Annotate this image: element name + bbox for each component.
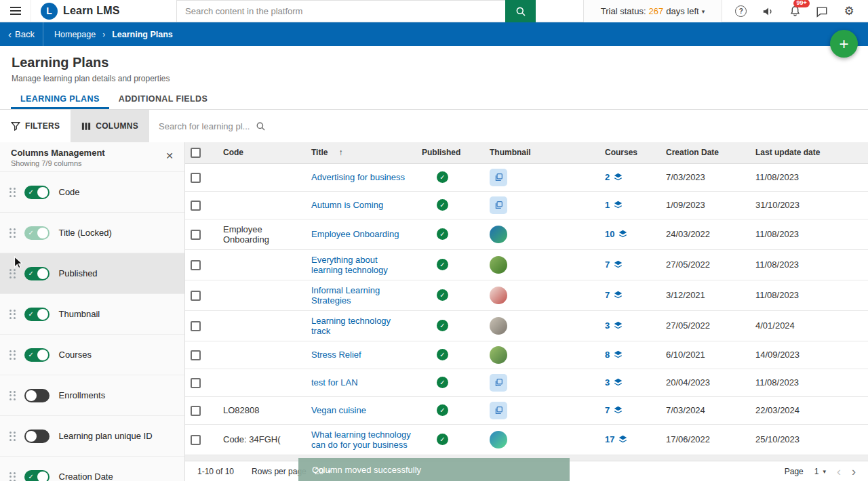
courses-link[interactable]: 10 <box>605 229 627 239</box>
columns-panel-header: Columns Management Showing 7/9 columns ✕ <box>0 142 184 171</box>
courses-count: 2 <box>605 172 610 182</box>
courses-link[interactable]: 1 <box>605 200 623 210</box>
last-update-date: 11/08/2023 <box>755 229 799 239</box>
column-toggle[interactable] <box>24 389 50 402</box>
title-link[interactable]: Autumn is Coming <box>311 200 383 210</box>
content-area: Columns Management Showing 7/9 columns ✕… <box>0 142 868 481</box>
courses-link[interactable]: 7 <box>605 405 623 415</box>
courses-link[interactable]: 7 <box>605 259 623 270</box>
courses-link[interactable]: 17 <box>605 434 627 444</box>
drag-handle-icon[interactable] <box>9 391 16 400</box>
column-toggle[interactable] <box>24 267 50 280</box>
brand[interactable]: L Learn LMS <box>31 3 130 20</box>
trial-label: Trial status: <box>601 6 646 16</box>
header-title[interactable]: Title↑ <box>306 142 416 163</box>
sort-ascending-icon: ↑ <box>338 148 342 157</box>
notifications-button[interactable]: 99+ <box>787 3 803 20</box>
row-checkbox[interactable] <box>191 378 201 388</box>
title-link[interactable]: Informal Learning Strategies <box>311 285 411 306</box>
column-toggle[interactable] <box>24 348 50 362</box>
rows-per-page-select[interactable]: 20 ▾ <box>315 467 331 476</box>
creation-date: 7/03/2023 <box>666 172 705 182</box>
add-new-button[interactable]: + <box>830 30 858 58</box>
back-label: Back <box>15 29 35 39</box>
drag-handle-icon[interactable] <box>9 269 16 278</box>
announcements-button[interactable] <box>760 3 776 20</box>
column-toggle[interactable] <box>24 470 50 481</box>
layers-icon <box>614 321 623 330</box>
title-link[interactable]: What learning technology can do for your… <box>311 430 411 450</box>
published-check-icon: ✓ <box>437 349 448 360</box>
title-link[interactable]: Learning technology track <box>311 316 411 336</box>
chevron-right-icon: › <box>102 30 105 39</box>
trial-status[interactable]: Trial status: 267 days left ▾ <box>583 0 722 22</box>
close-icon[interactable]: ✕ <box>165 150 174 161</box>
courses-link[interactable]: 8 <box>605 350 623 360</box>
page-select[interactable]: 1 ▾ <box>814 467 826 476</box>
row-checkbox[interactable] <box>191 406 201 416</box>
table-row: Everything about learning technology ✓ 7… <box>185 249 868 280</box>
tab-additional-fields[interactable]: ADDITIONAL FIELDS <box>109 94 218 109</box>
breadcrumb-homepage[interactable]: Homepage <box>54 30 96 39</box>
title-link[interactable]: Everything about learning technology <box>311 255 411 275</box>
bell-icon <box>789 5 801 17</box>
messages-button[interactable] <box>814 3 830 20</box>
trial-suffix: days left <box>666 6 698 16</box>
thumbnail <box>490 346 507 364</box>
drag-handle-icon[interactable] <box>9 472 16 481</box>
row-checkbox[interactable] <box>191 201 201 211</box>
title-link[interactable]: Vegan cuisine <box>311 405 366 415</box>
row-checkbox[interactable] <box>191 291 201 301</box>
drag-handle-icon[interactable] <box>9 188 16 197</box>
column-toggle[interactable] <box>24 430 50 443</box>
drag-handle-icon[interactable] <box>9 432 16 441</box>
column-toggle[interactable] <box>24 308 50 321</box>
columns-panel-subtitle: Showing 7/9 columns <box>11 159 174 167</box>
row-checkbox[interactable] <box>191 173 201 183</box>
courses-link[interactable]: 2 <box>605 172 623 182</box>
previous-page-icon[interactable]: ‹ <box>837 465 841 478</box>
title-link[interactable]: Employee Onboarding <box>311 229 399 239</box>
table-row: LO82808 Vegan cuisine ✓ 7 7/03/2024 22/0… <box>185 396 868 424</box>
pager: Page 1 ▾ ‹ › <box>785 465 856 478</box>
search-button[interactable] <box>505 0 536 22</box>
drag-handle-icon[interactable] <box>9 310 16 319</box>
columns-button[interactable]: COLUMNS <box>71 110 149 142</box>
row-checkbox[interactable] <box>191 350 201 360</box>
page-title: Learning Plans <box>12 55 856 70</box>
settings-button[interactable]: ⚙ <box>841 3 857 20</box>
select-all-checkbox[interactable] <box>191 148 201 158</box>
creation-date: 27/05/2022 <box>666 320 710 331</box>
drag-handle-icon[interactable] <box>9 350 16 360</box>
courses-count: 10 <box>605 229 614 239</box>
table-row: Code: 34FGH( What learning technology ca… <box>185 424 868 455</box>
courses-link[interactable]: 3 <box>605 377 623 388</box>
last-update-date: 22/03/2024 <box>755 405 800 415</box>
column-label: Published <box>59 268 98 278</box>
plan-search-input[interactable] <box>159 121 250 131</box>
courses-link[interactable]: 7 <box>605 290 623 300</box>
hamburger-menu-icon[interactable] <box>0 0 31 22</box>
title-link[interactable]: Stress Relief <box>311 350 361 360</box>
next-page-icon[interactable]: › <box>852 465 856 478</box>
column-toggle[interactable] <box>24 226 50 240</box>
title-link[interactable]: test for LAN <box>311 377 358 388</box>
title-link[interactable]: Advertising for business <box>311 172 405 182</box>
copy-placeholder-icon <box>494 406 503 415</box>
row-checkbox[interactable] <box>191 321 201 331</box>
filters-button[interactable]: FILTERS <box>0 110 71 142</box>
help-button[interactable]: ? <box>733 3 749 20</box>
row-checkbox[interactable] <box>191 435 201 445</box>
published-check-icon: ✓ <box>437 434 448 445</box>
global-search-input[interactable] <box>176 0 505 22</box>
tab-learning-plans[interactable]: LEARNING PLANS <box>11 94 109 109</box>
drag-handle-icon[interactable] <box>9 228 16 238</box>
back-button[interactable]: ‹ Back <box>0 22 43 46</box>
row-checkbox[interactable] <box>191 260 201 270</box>
thumbnail <box>490 287 507 304</box>
row-checkbox[interactable] <box>191 230 201 240</box>
creation-date: 20/04/2023 <box>666 377 710 388</box>
courses-link[interactable]: 3 <box>605 320 623 331</box>
creation-date: 3/12/2021 <box>666 290 705 300</box>
column-toggle[interactable] <box>24 186 50 199</box>
